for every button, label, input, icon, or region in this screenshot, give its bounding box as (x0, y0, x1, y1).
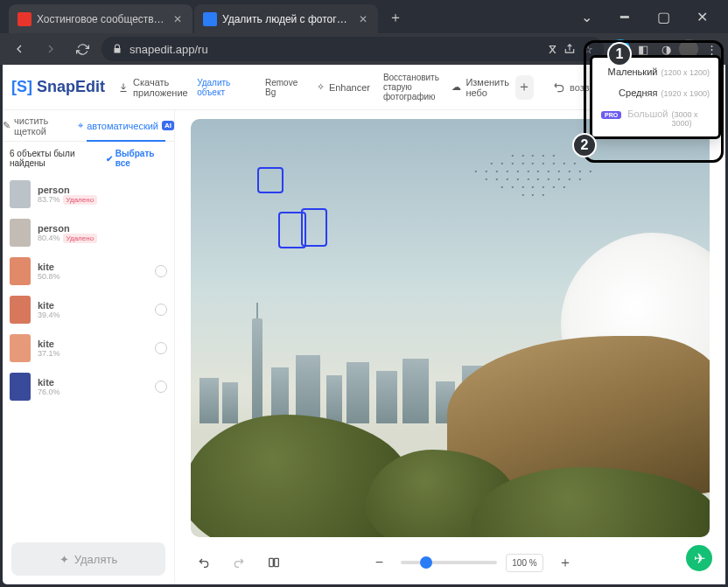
object-thumb (10, 296, 31, 324)
change-sky-tool[interactable]: ☁Изменить небо (452, 73, 510, 101)
object-item[interactable]: kite50.8% (3, 252, 174, 290)
sparkle-icon: ✧ (317, 81, 325, 93)
ai-badge: AI (162, 121, 174, 130)
select-all-button[interactable]: ✔Выбрать все (106, 149, 167, 168)
object-thumb (10, 373, 31, 401)
remove-bg-tool[interactable]: Remove Bg (258, 74, 311, 101)
object-thumb (10, 334, 31, 362)
selection-box[interactable] (257, 167, 284, 193)
zoom-value: 100 % (506, 554, 542, 572)
restore-tool[interactable]: Восстановить старую фотографию (376, 69, 446, 105)
favicon (203, 12, 217, 26)
annotation-callout: 2 (572, 133, 597, 157)
minimize-button[interactable]: ━ (607, 4, 642, 29)
radio-icon[interactable] (155, 304, 167, 316)
pro-badge: PRO (601, 111, 621, 119)
canvas-controls: − 100 % ＋ (175, 541, 725, 584)
download-app-button[interactable]: Скачать приложение (119, 73, 185, 101)
browser-titlebar: Хостинговое сообщество «Time ✕ Удалить л… (0, 0, 728, 33)
found-bar: 6 объекты были найдены ✔Выбрать все (3, 142, 174, 175)
object-thumb (10, 257, 31, 285)
selection-box[interactable] (301, 208, 327, 247)
object-item[interactable]: kite39.4% (3, 290, 174, 329)
redo-button[interactable] (226, 549, 252, 576)
download-size-option[interactable]: Средняя(1920 x 1900) (592, 82, 718, 103)
close-window-button[interactable]: ✕ (684, 4, 719, 29)
object-thumb (10, 219, 31, 247)
zoom-slider[interactable] (401, 561, 497, 564)
svg-rect-1 (275, 558, 279, 566)
brush-mode-tab[interactable]: ✎ чистить щеткой (3, 110, 78, 141)
new-tab-button[interactable]: ＋ (383, 5, 408, 30)
canvas-area: ˅ ˅ ˅ ˅ ˅˅ ˅ ˅ ˅ ˅ ˅ ˅ ˅ ˅˅ ˅ ˅ ˅ ˅ ˅ ˅ … (175, 110, 725, 584)
tab-strip: Хостинговое сообщество «Time ✕ Удалить л… (0, 0, 560, 33)
browser-tab[interactable]: Хостинговое сообщество «Time ✕ (9, 4, 192, 33)
zoom-in-button[interactable]: ＋ (552, 549, 578, 576)
download-size-option[interactable]: Маленький(1200 x 1200) (592, 61, 718, 82)
snapedit-app: [S] SnapEdit Скачать приложение Удалить … (0, 65, 728, 587)
address-bar[interactable]: snapedit.app/ru ⴳ ☆ (102, 37, 604, 61)
close-icon[interactable]: ✕ (357, 13, 369, 25)
window-controls: ⌄ ━ ▢ ✕ (560, 4, 728, 29)
lock-icon (112, 44, 122, 54)
check-icon: ✔ (106, 154, 113, 164)
chevron-down-icon[interactable]: ⌄ (569, 4, 604, 29)
add-tool-button[interactable]: ＋ (515, 75, 534, 100)
auto-mode-tab[interactable]: ⌖ автоматический AI (78, 110, 174, 141)
image-canvas[interactable]: ˅ ˅ ˅ ˅ ˅˅ ˅ ˅ ˅ ˅ ˅ ˅ ˅ ˅˅ ˅ ˅ ˅ ˅ ˅ ˅ … (191, 119, 710, 537)
undo-button[interactable] (191, 549, 217, 576)
wand-icon: ✦ (60, 553, 69, 566)
sidebar: ✎ чистить щеткой ⌖ автоматический AI 6 о… (3, 110, 175, 584)
svg-rect-0 (270, 558, 274, 566)
logo[interactable]: [S] SnapEdit (11, 78, 105, 96)
browser-tab[interactable]: Удалить людей с фотографий, у ✕ (194, 4, 378, 33)
chat-fab[interactable]: ✈ (686, 545, 712, 571)
foliage (191, 423, 532, 537)
undo-icon (553, 81, 565, 94)
object-list: person83.7%Удалено person80.4%Удалено ki… (3, 175, 174, 534)
cloud-icon: ☁ (452, 81, 461, 93)
enhancer-tool[interactable]: ✧Enhancer (316, 78, 371, 96)
compare-button[interactable] (261, 549, 287, 576)
maximize-button[interactable]: ▢ (646, 4, 681, 29)
download-size-menu: Маленький(1200 x 1200) Средняя(1920 x 19… (590, 55, 721, 139)
tab-title: Удалить людей с фотографий, у (222, 13, 352, 25)
annotation-callout: 1 (607, 42, 632, 66)
birds: ˅ ˅ ˅ ˅ ˅˅ ˅ ˅ ˅ ˅ ˅ ˅ ˅ ˅˅ ˅ ˅ ˅ ˅ ˅ ˅ … (412, 154, 657, 201)
zoom-controls: − 100 % ＋ (366, 549, 578, 576)
download-icon (118, 82, 129, 93)
radio-icon[interactable] (155, 342, 167, 354)
reload-button[interactable] (70, 37, 94, 61)
forward-button[interactable] (38, 37, 63, 61)
translate-icon[interactable]: ⴳ (549, 43, 556, 56)
share-icon[interactable] (564, 43, 576, 55)
url-text: snapedit.app/ru (130, 43, 208, 56)
delete-button[interactable]: ✦Удалять (11, 542, 165, 576)
object-item[interactable]: person80.4%Удалено (3, 213, 174, 252)
object-item[interactable]: kite37.1% (3, 329, 174, 367)
address-actions: ⴳ ☆ (549, 43, 593, 56)
radio-icon[interactable] (155, 265, 167, 277)
zoom-out-button[interactable]: − (366, 549, 392, 576)
favicon (18, 12, 32, 26)
bookmark-icon[interactable]: ☆ (583, 43, 593, 56)
scan-icon: ⌖ (78, 120, 83, 131)
remove-object-tool[interactable]: Удалить объект (190, 74, 253, 101)
back-button[interactable] (7, 37, 32, 61)
close-icon[interactable]: ✕ (172, 13, 184, 25)
download-size-option[interactable]: PROБольшой(3000 x 3000) (592, 103, 718, 133)
brush-icon: ✎ (3, 120, 10, 131)
object-item[interactable]: person83.7%Удалено (3, 175, 174, 213)
radio-icon[interactable] (155, 381, 167, 393)
tab-title: Хостинговое сообщество «Time (37, 13, 166, 25)
chat-icon: ✈ (694, 550, 705, 567)
object-item[interactable]: kite76.0% (3, 367, 174, 406)
found-count: 6 объекты были найдены (10, 149, 106, 168)
object-thumb (10, 180, 31, 208)
mode-tabs: ✎ чистить щеткой ⌖ автоматический AI (3, 110, 174, 142)
